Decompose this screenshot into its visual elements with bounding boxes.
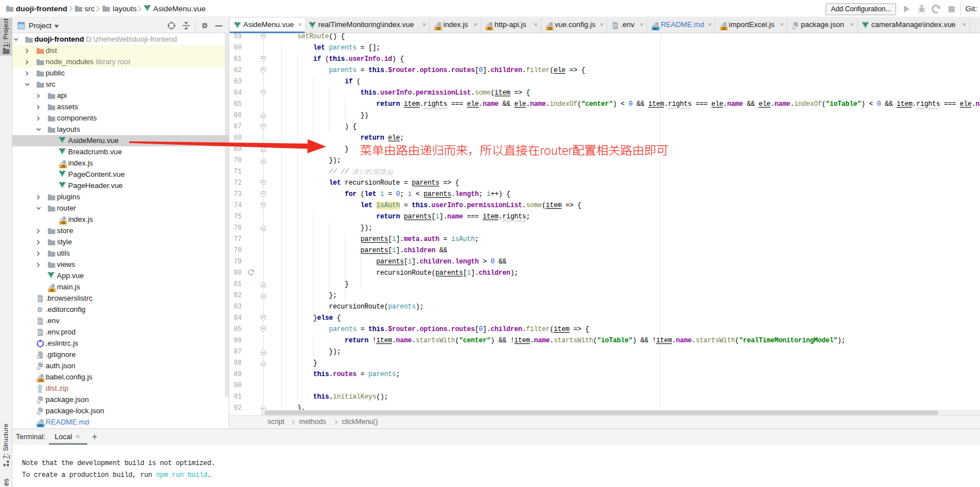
svg-text:{}: {} bbox=[38, 400, 40, 403]
svg-text:JS: JS bbox=[436, 26, 441, 30]
svg-text:{}: {} bbox=[793, 26, 795, 29]
svg-text:{}: {} bbox=[38, 411, 40, 414]
svg-text:{}: {} bbox=[38, 366, 40, 369]
svg-text:JS: JS bbox=[61, 221, 66, 225]
svg-text:JS: JS bbox=[38, 378, 43, 382]
svg-text:MD: MD bbox=[653, 27, 658, 30]
svg-text:JS: JS bbox=[547, 26, 553, 30]
svg-text:JS: JS bbox=[721, 26, 727, 30]
svg-text:JS: JS bbox=[50, 288, 55, 292]
svg-text:MD: MD bbox=[38, 424, 43, 427]
svg-text:JS: JS bbox=[487, 26, 492, 30]
